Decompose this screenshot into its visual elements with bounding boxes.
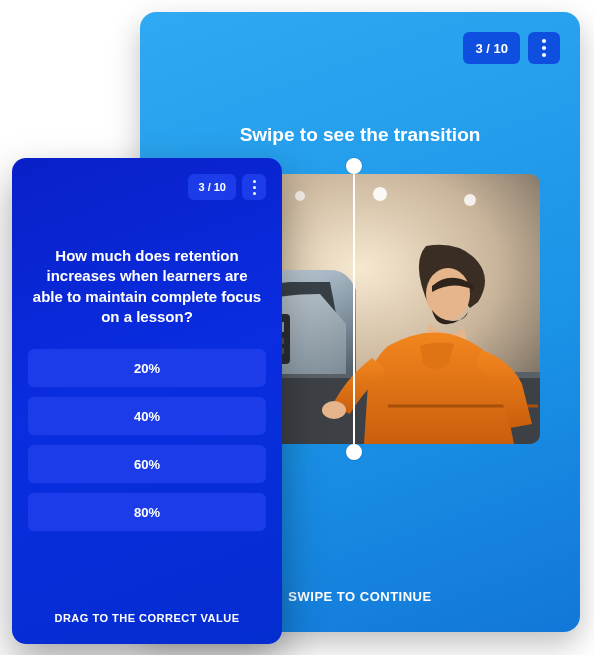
quiz-option[interactable]: 20% — [28, 349, 266, 387]
menu-button[interactable] — [528, 32, 560, 64]
back-topbar: 3 / 10 — [160, 32, 560, 64]
svg-point-2 — [295, 191, 305, 201]
svg-point-4 — [464, 194, 476, 206]
quiz-option[interactable]: 60% — [28, 445, 266, 483]
quiz-options: 20% 40% 60% 80% — [28, 349, 266, 531]
drag-instruction: DRAG TO THE CORRECT VALUE — [28, 612, 266, 628]
quiz-question: How much does retention increases when l… — [28, 246, 266, 327]
progress-counter: 3 / 10 — [463, 32, 520, 64]
svg-point-18 — [322, 401, 346, 419]
svg-point-3 — [373, 187, 387, 201]
transition-title: Swipe to see the transition — [160, 124, 560, 146]
svg-point-17 — [426, 268, 470, 320]
quiz-card: 3 / 10 How much does retention increases… — [12, 158, 282, 644]
menu-button[interactable] — [242, 174, 266, 200]
progress-counter: 3 / 10 — [188, 174, 236, 200]
front-topbar: 3 / 10 — [28, 174, 266, 200]
quiz-option[interactable]: 40% — [28, 397, 266, 435]
more-vertical-icon — [253, 180, 256, 195]
slider-handle[interactable] — [353, 166, 355, 452]
more-vertical-icon — [542, 39, 546, 57]
quiz-option[interactable]: 80% — [28, 493, 266, 531]
